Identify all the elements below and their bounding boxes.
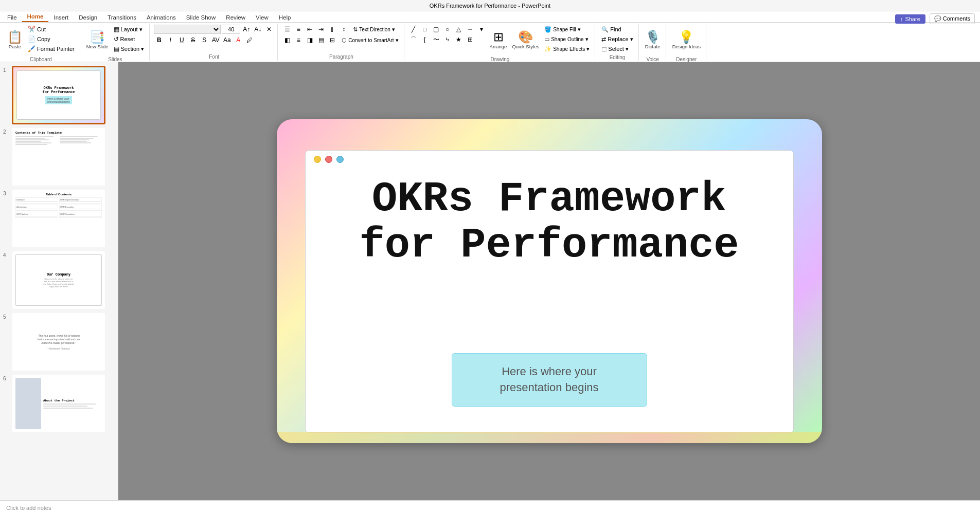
highlight-button[interactable]: 🖊 bbox=[244, 35, 255, 45]
tab-design[interactable]: Design bbox=[74, 13, 102, 22]
shape-more-button[interactable]: ▾ bbox=[476, 25, 487, 34]
tab-help[interactable]: Help bbox=[274, 13, 296, 22]
shape-brace-button[interactable]: { bbox=[420, 35, 430, 44]
shape-fill-button[interactable]: 🪣 Shape Fill ▾ bbox=[542, 25, 592, 34]
shape-star-button[interactable]: ★ bbox=[454, 35, 464, 44]
font-size-input[interactable] bbox=[222, 25, 240, 34]
convert-smartart-button[interactable]: ⬡ Convert to SmartArt ▾ bbox=[340, 35, 400, 45]
clear-format-button[interactable]: ✕ bbox=[264, 25, 274, 34]
slide-subtitle-box[interactable]: Here is where yourpresentation begins bbox=[452, 353, 647, 407]
reset-button[interactable]: ↺ Reset bbox=[112, 34, 147, 44]
justify-button[interactable]: ▤ bbox=[316, 35, 326, 45]
quick-styles-button[interactable]: 🎨 Quick Styles bbox=[510, 25, 541, 56]
decrease-indent-button[interactable]: ⇤ bbox=[305, 25, 315, 34]
replace-button[interactable]: ⇄ Replace ▾ bbox=[599, 34, 635, 44]
shape-arrow-button[interactable]: → bbox=[465, 25, 475, 34]
section-button[interactable]: ▤ Section ▾ bbox=[112, 44, 147, 53]
tab-file[interactable]: File bbox=[2, 13, 22, 22]
shape-effects-button[interactable]: ✨ Shape Effects ▾ bbox=[542, 44, 592, 53]
arrange-large-button[interactable]: ⊞ Arrange bbox=[488, 25, 509, 56]
columns-button[interactable]: ⫿ bbox=[327, 25, 337, 34]
increase-font-button[interactable]: A↑ bbox=[241, 25, 252, 34]
tab-review[interactable]: Review bbox=[221, 13, 251, 22]
section-icon: ▤ bbox=[114, 45, 119, 52]
slide-thumb-3[interactable]: 3 Table of Contents Definition OKR Imple… bbox=[3, 190, 115, 247]
dictate-button[interactable]: 🎙️ Dictate bbox=[643, 25, 663, 56]
shape-effects-dropdown: ▾ bbox=[586, 46, 590, 52]
slide-main-title[interactable]: OKRs Framework for Performance bbox=[306, 176, 793, 269]
notes-label: Click to add notes bbox=[6, 505, 51, 511]
slide-image-5[interactable]: "This is a quote, words full of wisdomth… bbox=[12, 313, 105, 371]
shape-outline-button[interactable]: ▭ Shape Outline ▾ bbox=[542, 34, 592, 44]
select-button[interactable]: ⬚ Select ▾ bbox=[599, 44, 635, 53]
slide-image-1[interactable]: OKRs Frameworkfor Performance Here is wh… bbox=[12, 66, 105, 124]
arrange-button[interactable]: ⊞ bbox=[465, 35, 475, 44]
format-painter-button[interactable]: 🖌️ Format Painter bbox=[26, 44, 77, 53]
share-button[interactable]: ↑ Share bbox=[895, 14, 925, 24]
find-button[interactable]: 🔍 Find bbox=[599, 25, 635, 34]
layout-button[interactable]: ▦ Layout ▾ bbox=[112, 25, 147, 34]
shape-rect-button[interactable]: □ bbox=[420, 25, 430, 34]
tab-view[interactable]: View bbox=[251, 13, 274, 22]
paste-button[interactable]: 📋 Paste bbox=[5, 25, 25, 56]
shape-connector-button[interactable]: ⤷ bbox=[442, 35, 453, 44]
italic-button[interactable]: I bbox=[165, 35, 175, 45]
shape-line-button[interactable]: ╱ bbox=[408, 25, 419, 34]
paragraph-label: Paragraph bbox=[329, 53, 353, 60]
dot-pink[interactable] bbox=[325, 156, 332, 163]
line-spacing-button[interactable]: ↕ bbox=[338, 25, 349, 34]
dot-yellow[interactable] bbox=[314, 156, 321, 163]
underline-button[interactable]: U bbox=[176, 35, 187, 45]
strikethrough-button[interactable]: S bbox=[188, 35, 198, 45]
slide-image-4[interactable]: Our Company Mercury is the closest plane… bbox=[12, 251, 105, 309]
reset-icon: ↺ bbox=[114, 35, 119, 43]
font-family-select[interactable] bbox=[154, 25, 221, 34]
increase-indent-button[interactable]: ⇥ bbox=[316, 25, 326, 34]
shape-freeform-button[interactable]: 〜 bbox=[431, 35, 441, 44]
paragraph-controls: ☰ ≡ ⇤ ⇥ ⫿ ↕ ⇅ Text Direction ▾ ◧ ≡ ◨ bbox=[282, 25, 400, 53]
slide-thumb-2[interactable]: 2 Contents of This Template bbox=[3, 128, 115, 186]
change-case-button[interactable]: Aa bbox=[222, 35, 232, 45]
text-direction-button[interactable]: ⇅ Text Direction ▾ bbox=[351, 25, 397, 34]
align-text-button[interactable]: ⊟ bbox=[327, 35, 337, 45]
shape-triangle-button[interactable]: △ bbox=[454, 25, 464, 34]
dot-blue[interactable] bbox=[336, 156, 344, 163]
numbering-button[interactable]: ≡ bbox=[293, 25, 304, 34]
tab-transitions[interactable]: Transitions bbox=[102, 13, 141, 22]
slide-image-3[interactable]: Table of Contents Definition OKR Impleme… bbox=[12, 190, 105, 247]
align-left-button[interactable]: ◧ bbox=[282, 35, 292, 45]
tab-animations[interactable]: Animations bbox=[141, 13, 181, 22]
slide-thumb-4[interactable]: 4 Our Company Mercury is the closest pla… bbox=[3, 251, 115, 309]
align-center-button[interactable]: ≡ bbox=[293, 35, 304, 45]
section-dropdown-icon: ▾ bbox=[141, 46, 144, 52]
new-slide-button[interactable]: 📑 New Slide bbox=[84, 25, 111, 56]
design-ideas-button[interactable]: 💡 Design Ideas bbox=[670, 25, 703, 56]
canvas-area[interactable]: OKRs Framework for Performance Here is w… bbox=[118, 62, 980, 500]
slide-image-2[interactable]: Contents of This Template bbox=[12, 128, 105, 186]
slides-secondary: ▦ Layout ▾ ↺ Reset ▤ Section ▾ bbox=[112, 25, 147, 53]
bold-button[interactable]: B bbox=[154, 35, 164, 45]
slide-image-6[interactable]: About the Project bbox=[12, 375, 105, 432]
tab-home[interactable]: Home bbox=[22, 12, 49, 22]
voice-controls: 🎙️ Dictate bbox=[643, 25, 663, 56]
slide-main[interactable]: OKRs Framework for Performance Here is w… bbox=[277, 119, 822, 443]
shape-round-rect-button[interactable]: ▢ bbox=[431, 25, 441, 34]
notes-bar[interactable]: Click to add notes bbox=[0, 500, 980, 513]
bullets-button[interactable]: ☰ bbox=[282, 25, 292, 34]
font-color-button[interactable]: A bbox=[233, 35, 243, 45]
cut-button[interactable]: ✂️ Cut bbox=[26, 25, 77, 34]
shape-circle-button[interactable]: ○ bbox=[442, 25, 453, 34]
decrease-font-button[interactable]: A↓ bbox=[253, 25, 263, 34]
group-paragraph: ☰ ≡ ⇤ ⇥ ⫿ ↕ ⇅ Text Direction ▾ ◧ ≡ ◨ bbox=[279, 24, 404, 61]
slide-thumb-5[interactable]: 5 "This is a quote, words full of wisdom… bbox=[3, 313, 115, 371]
char-spacing-button[interactable]: AV bbox=[210, 35, 221, 45]
copy-button[interactable]: 📄 Copy bbox=[26, 34, 77, 44]
align-right-button[interactable]: ◨ bbox=[305, 35, 315, 45]
slide-thumb-6[interactable]: 6 About the Project bbox=[3, 375, 115, 432]
slide-thumb-1[interactable]: 1 OKRs Frameworkfor Performance Here is … bbox=[3, 66, 115, 124]
comments-button[interactable]: 💬 Comments bbox=[930, 13, 975, 24]
text-shadow-button[interactable]: S bbox=[199, 35, 209, 45]
tab-insert[interactable]: Insert bbox=[48, 13, 74, 22]
shape-arc-button[interactable]: ⌒ bbox=[408, 35, 419, 44]
tab-slideshow[interactable]: Slide Show bbox=[181, 13, 221, 22]
